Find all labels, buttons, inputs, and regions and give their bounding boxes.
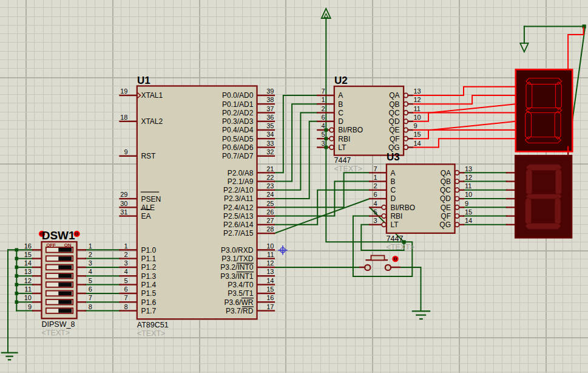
svg-text:10: 10	[266, 242, 274, 250]
svg-text:LT: LT	[338, 143, 346, 152]
svg-text:2: 2	[321, 105, 325, 112]
svg-text:39: 39	[266, 87, 274, 95]
svg-text:6: 6	[124, 286, 127, 293]
svg-text:7: 7	[373, 165, 377, 173]
svg-text:P3.6/WR: P3.6/WR	[224, 298, 253, 307]
svg-text:P0.5/AD5: P0.5/AD5	[222, 135, 254, 143]
svg-text:P3.2/INT0: P3.2/INT0	[220, 263, 253, 272]
svg-text:24: 24	[266, 191, 274, 198]
svg-text:RBI: RBI	[338, 135, 350, 143]
svg-text:D: D	[390, 194, 396, 203]
svg-text:P1.3: P1.3	[141, 272, 156, 281]
svg-text:10: 10	[465, 191, 472, 198]
svg-text:D: D	[338, 117, 343, 126]
svg-text:10: 10	[414, 114, 421, 121]
svg-text:QA: QA	[389, 91, 399, 100]
svg-text:P2.3/A11: P2.3/A11	[224, 194, 254, 203]
svg-text:C: C	[390, 186, 396, 194]
svg-text:31: 31	[120, 208, 127, 216]
svg-text:12: 12	[465, 174, 472, 181]
svg-text:29: 29	[120, 191, 127, 198]
svg-text:P0.7/AD7: P0.7/AD7	[222, 152, 254, 160]
svg-text:35: 35	[266, 122, 274, 129]
svg-text:QE: QE	[389, 126, 399, 134]
svg-text:28: 28	[266, 225, 274, 233]
svg-text:QC: QC	[389, 109, 400, 117]
svg-text:11: 11	[25, 286, 32, 293]
svg-text:P0.3/AD3: P0.3/AD3	[222, 117, 254, 126]
svg-text:QE: QE	[441, 204, 451, 212]
svg-text:21: 21	[266, 165, 274, 173]
svg-text:4: 4	[321, 122, 325, 129]
svg-text:<TEXT>: <TEXT>	[334, 165, 363, 173]
svg-text:DIPSW_8: DIPSW_8	[42, 320, 75, 329]
svg-text:B: B	[338, 100, 343, 109]
svg-text:P0.0/AD0: P0.0/AD0	[222, 91, 254, 100]
svg-text:P2.2/A10: P2.2/A10	[223, 186, 254, 194]
svg-text:7447: 7447	[334, 156, 351, 165]
svg-text:30: 30	[120, 200, 127, 207]
svg-text:15: 15	[266, 286, 274, 293]
svg-text:2: 2	[373, 182, 377, 190]
svg-text:6: 6	[321, 114, 325, 121]
svg-text:P2.5/A13: P2.5/A13	[223, 212, 254, 221]
svg-text:P2.7/A15: P2.7/A15	[223, 229, 254, 238]
svg-text:7: 7	[89, 294, 92, 301]
svg-text:37: 37	[266, 105, 274, 112]
svg-text:QD: QD	[389, 117, 400, 126]
svg-text:13: 13	[465, 165, 472, 173]
svg-text:7: 7	[124, 294, 127, 301]
svg-text:P1.7: P1.7	[141, 307, 156, 315]
svg-text:QF: QF	[390, 135, 400, 143]
svg-text:P0.6/AD6: P0.6/AD6	[222, 143, 254, 152]
svg-text:EA: EA	[141, 212, 150, 221]
svg-text:P2.0/A8: P2.0/A8	[228, 169, 254, 177]
svg-text:2: 2	[124, 251, 127, 258]
svg-text:3: 3	[124, 259, 127, 267]
svg-text:5: 5	[321, 131, 325, 138]
svg-text:QA: QA	[441, 169, 451, 177]
svg-text:RST: RST	[141, 152, 156, 160]
svg-text:<TEXT>: <TEXT>	[42, 329, 70, 337]
svg-text:P2.6/A14: P2.6/A14	[223, 221, 254, 229]
svg-text:P1.2: P1.2	[141, 263, 156, 272]
svg-text:22: 22	[266, 174, 274, 181]
svg-text:<TEXT>: <TEXT>	[387, 243, 415, 252]
svg-text:14: 14	[414, 140, 421, 147]
svg-text:13: 13	[24, 268, 32, 275]
svg-text:10: 10	[24, 294, 32, 301]
svg-text:14: 14	[24, 259, 32, 267]
svg-text:QD: QD	[440, 194, 451, 203]
svg-text:P3.3/INT1: P3.3/INT1	[220, 272, 253, 281]
svg-text:P1.0: P1.0	[141, 246, 156, 255]
svg-text:13: 13	[266, 268, 274, 275]
svg-text:38: 38	[266, 96, 274, 103]
svg-text:16: 16	[24, 242, 32, 250]
svg-text:5: 5	[373, 208, 377, 216]
svg-text:9: 9	[414, 122, 417, 129]
svg-text:P3.0/RXD: P3.0/RXD	[221, 246, 254, 255]
svg-text:1: 1	[89, 242, 92, 250]
svg-text:1: 1	[124, 242, 127, 250]
svg-text:P0.1/AD1: P0.1/AD1	[222, 100, 254, 109]
svg-text:P1.6: P1.6	[141, 298, 156, 307]
svg-text:14: 14	[465, 217, 472, 224]
svg-text:P1.5: P1.5	[141, 289, 156, 298]
svg-text:4: 4	[373, 200, 377, 207]
svg-text:19: 19	[120, 87, 127, 95]
svg-text:QG: QG	[439, 221, 451, 229]
svg-text:11: 11	[465, 182, 471, 190]
svg-text:2: 2	[89, 251, 92, 258]
svg-text:AT89C51: AT89C51	[137, 321, 169, 329]
svg-text:18: 18	[120, 114, 127, 121]
svg-text:1: 1	[321, 96, 325, 103]
svg-text:6: 6	[373, 191, 377, 198]
svg-text:4: 4	[89, 268, 92, 275]
svg-text:<TEXT>: <TEXT>	[137, 329, 166, 338]
svg-text:BI/RBO: BI/RBO	[338, 126, 363, 134]
svg-text:3: 3	[89, 259, 92, 267]
svg-text:8: 8	[89, 303, 92, 310]
svg-text:BI/RBO: BI/RBO	[390, 204, 415, 212]
svg-text:A: A	[390, 169, 395, 177]
svg-text:P3.4/T0: P3.4/T0	[228, 281, 253, 289]
